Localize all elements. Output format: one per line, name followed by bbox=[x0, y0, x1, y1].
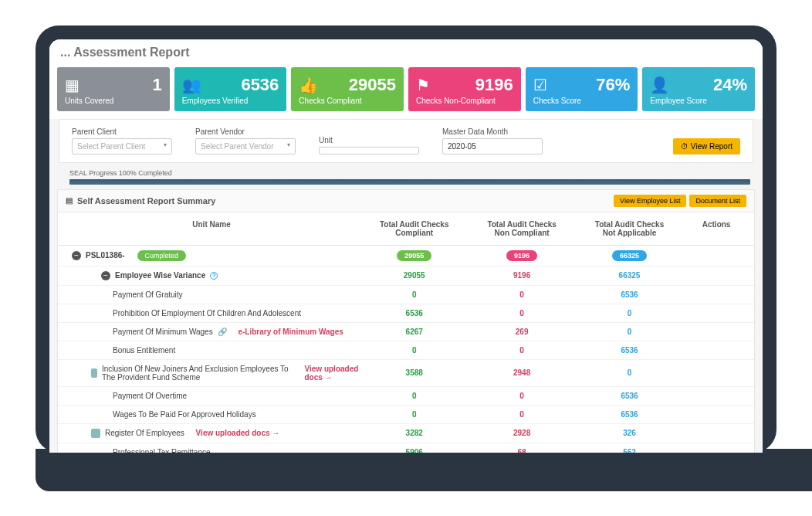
unit-input[interactable] bbox=[319, 147, 419, 154]
row-name: Payment Of Overtime bbox=[113, 392, 187, 400]
col-compliant: Total Audit Checks Compliant bbox=[360, 220, 468, 237]
row-compliant: 6536 bbox=[360, 309, 468, 317]
variance-row: − Employee Wise Variance ? 29055 9196 66… bbox=[58, 266, 754, 286]
card-label: Checks Score bbox=[533, 97, 631, 105]
row-link[interactable]: e-Library of Minimum Wages bbox=[238, 328, 343, 336]
table-row: Payment Of Minimum Wages 🔗 e-Library of … bbox=[58, 323, 754, 341]
total-na-badge: 66325 bbox=[612, 250, 647, 261]
card-value: 29055 bbox=[322, 75, 396, 95]
summary-card: ☑ 76% Checks Score bbox=[526, 67, 638, 111]
card-value: 1 bbox=[88, 75, 162, 95]
row-name: Bonus Entitlement bbox=[113, 346, 175, 355]
link-icon: 🔗 bbox=[218, 328, 227, 336]
row-name: Register Of Employees bbox=[105, 429, 184, 437]
unit-row: − PSL01386- Completed 29055 9196 66325 bbox=[58, 246, 754, 266]
row-na: 0 bbox=[576, 368, 683, 377]
card-label: Checks Non-Compliant bbox=[416, 97, 513, 105]
summary-cards: ▦ 1 Units Covered 👥 6536 Employees Verif… bbox=[49, 64, 763, 119]
row-na: 6536 bbox=[576, 410, 683, 419]
row-noncompliant: 2948 bbox=[468, 368, 575, 377]
flag-icon: ⚑ bbox=[416, 76, 439, 94]
row-na: 6536 bbox=[576, 346, 683, 355]
table-row: Professional Tax Remittance 5906 68 562 bbox=[58, 443, 754, 453]
help-icon[interactable]: ? bbox=[210, 272, 218, 280]
col-na: Total Audit Checks Not Applicable bbox=[576, 220, 683, 237]
checkbox-icon: ☑ bbox=[533, 76, 557, 94]
summary-card: 👤 24% Employee Score bbox=[642, 67, 755, 111]
progress-section: SEAL Progress 100% Completed bbox=[49, 168, 763, 189]
row-noncompliant: 0 bbox=[468, 309, 575, 317]
row-link[interactable]: View uploaded docs → bbox=[305, 365, 361, 382]
unit-label: Unit bbox=[319, 136, 419, 144]
collapse-icon[interactable]: − bbox=[101, 271, 110, 280]
parent-client-select[interactable]: Select Parent Client bbox=[72, 138, 172, 154]
laptop-base bbox=[36, 449, 812, 491]
building-icon: ▦ bbox=[65, 76, 88, 94]
thumbs-up-icon: 👍 bbox=[299, 76, 322, 94]
row-name: Professional Tax Remittance bbox=[113, 448, 211, 453]
row-compliant: 0 bbox=[360, 392, 468, 400]
progress-text: SEAL Progress 100% Completed bbox=[69, 169, 172, 177]
laptop-frame: ... Assessment Report ▦ 1 Units Covered … bbox=[36, 25, 776, 491]
table-row: Register Of Employees View uploaded docs… bbox=[58, 424, 754, 443]
row-link[interactable]: View uploaded docs → bbox=[196, 429, 280, 437]
view-report-button[interactable]: ⏱ View Report bbox=[673, 138, 740, 154]
app-screen: ... Assessment Report ▦ 1 Units Covered … bbox=[49, 39, 763, 453]
card-value: 6536 bbox=[205, 75, 279, 95]
doc-icon bbox=[91, 368, 97, 378]
table-header: Unit Name Total Audit Checks Compliant T… bbox=[58, 212, 754, 246]
card-label: Employees Verified bbox=[182, 97, 279, 105]
total-compliant-badge: 29055 bbox=[397, 250, 431, 261]
row-na: 6536 bbox=[576, 290, 683, 299]
card-label: Checks Compliant bbox=[299, 97, 396, 105]
row-name: Payment Of Gratuity bbox=[113, 290, 183, 299]
row-na: 562 bbox=[576, 448, 683, 453]
status-badge: Completed bbox=[137, 250, 187, 261]
variance-na: 66325 bbox=[576, 271, 683, 280]
row-noncompliant: 2928 bbox=[468, 429, 575, 437]
summary-card: ▦ 1 Units Covered bbox=[57, 67, 170, 111]
panel-header: ▤ Self Assessment Report Summary View Em… bbox=[58, 190, 754, 212]
table-row: Inclusion Of New Joiners And Exclusion E… bbox=[58, 360, 754, 387]
table-row: Wages To Be Paid For Approved Holidays 0… bbox=[58, 406, 754, 424]
row-na: 0 bbox=[576, 309, 683, 317]
parent-client-label: Parent Client bbox=[72, 127, 172, 136]
col-actions: Actions bbox=[683, 220, 749, 237]
row-compliant: 3282 bbox=[360, 429, 468, 437]
row-compliant: 3588 bbox=[360, 368, 468, 377]
collapse-icon[interactable]: − bbox=[72, 251, 81, 260]
card-label: Employee Score bbox=[650, 97, 747, 105]
row-na: 326 bbox=[576, 429, 683, 437]
variance-compliant: 29055 bbox=[360, 271, 468, 280]
total-noncompliant-badge: 9196 bbox=[506, 250, 537, 261]
card-value: 24% bbox=[673, 75, 747, 95]
row-name: Inclusion Of New Joiners And Exclusion E… bbox=[102, 365, 293, 382]
col-unit: Unit Name bbox=[63, 220, 360, 237]
progress-bar bbox=[69, 179, 750, 185]
row-noncompliant: 0 bbox=[468, 410, 575, 419]
parent-vendor-label: Parent Vendor bbox=[195, 127, 296, 136]
person-icon: 👤 bbox=[650, 76, 673, 94]
parent-vendor-select[interactable]: Select Parent Vendor bbox=[195, 138, 296, 154]
summary-card: ⚑ 9196 Checks Non-Compliant bbox=[408, 67, 521, 111]
card-value: 9196 bbox=[439, 75, 513, 95]
table-row: Prohibition Of Employment Of Children An… bbox=[58, 304, 754, 323]
month-input[interactable]: 2020-05 bbox=[442, 138, 543, 154]
variance-label: Employee Wise Variance bbox=[115, 271, 205, 280]
row-noncompliant: 0 bbox=[468, 346, 575, 355]
row-noncompliant: 68 bbox=[468, 448, 575, 453]
variance-noncompliant: 9196 bbox=[468, 271, 575, 280]
row-noncompliant: 0 bbox=[468, 392, 575, 400]
row-na: 0 bbox=[576, 328, 683, 336]
summary-panel: ▤ Self Assessment Report Summary View Em… bbox=[57, 189, 755, 453]
document-list-button[interactable]: Document List bbox=[689, 195, 746, 207]
view-employee-list-button[interactable]: View Employee List bbox=[614, 195, 686, 207]
month-label: Master Data Month bbox=[442, 127, 543, 136]
table-row: Payment Of Gratuity 0 0 6536 bbox=[58, 286, 754, 304]
filter-bar: Parent Client Select Parent Client Paren… bbox=[59, 119, 753, 163]
row-compliant: 0 bbox=[360, 346, 468, 355]
page-title: ... Assessment Report bbox=[49, 39, 763, 64]
row-na: 6536 bbox=[576, 392, 683, 400]
people-icon: 👥 bbox=[182, 76, 205, 94]
panel-title: Self Assessment Report Summary bbox=[77, 196, 215, 205]
